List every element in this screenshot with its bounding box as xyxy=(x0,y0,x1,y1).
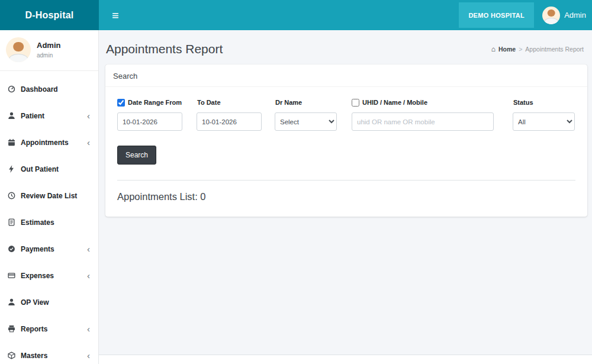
field-date-range: Date Range From xyxy=(117,98,197,131)
sidebar-item-appointments[interactable]: Appointments ‹ xyxy=(0,129,98,156)
person-icon xyxy=(7,112,15,120)
chevron-left-icon: ‹ xyxy=(87,111,91,120)
sidebar-item-label: Masters xyxy=(21,352,82,360)
clock-icon xyxy=(7,192,15,200)
breadcrumb: ⌂ Home > Appointments Report xyxy=(491,45,584,53)
main-content: Appointments Report ⌂ Home > Appointment… xyxy=(99,30,592,364)
dr-name-select[interactable]: Select xyxy=(275,112,337,131)
from-date-input[interactable] xyxy=(117,112,182,131)
sidebar: Admin admin Dashboard Patient ‹ Appointm… xyxy=(0,30,99,364)
field-uhid: UHID / Name / Mobile xyxy=(352,98,513,131)
navbar-bar: ≡ DEMO HOSPITAL Admin xyxy=(99,0,592,30)
sidebar-item-label: Dashboard xyxy=(21,85,91,94)
sidebar-item-label: Review Date List xyxy=(21,192,91,200)
breadcrumb-current: Appointments Report xyxy=(525,46,584,53)
top-navbar: D-Hospital ≡ DEMO HOSPITAL Admin xyxy=(0,0,592,30)
date-range-label: Date Range From xyxy=(117,98,197,107)
sidebar-item-label: Patient xyxy=(21,112,82,120)
calendar-icon xyxy=(7,138,15,147)
field-status: Status All xyxy=(513,98,575,131)
breadcrumb-separator: > xyxy=(519,46,522,53)
check-circle-icon xyxy=(7,245,15,253)
chevron-left-icon: ‹ xyxy=(87,351,91,360)
sidebar-user-name: Admin xyxy=(37,41,60,50)
search-card-body: Date Range From To Date Dr Name Select xyxy=(105,87,587,217)
gauge-icon xyxy=(7,85,15,94)
person-icon xyxy=(7,298,15,307)
sidebar-item-label: OP View xyxy=(21,298,91,307)
sidebar-user-role: admin xyxy=(37,52,60,59)
status-select[interactable]: All xyxy=(513,112,575,131)
uhid-input[interactable] xyxy=(352,112,494,131)
search-button[interactable]: Search xyxy=(117,146,156,165)
uhid-label-text: UHID / Name / Mobile xyxy=(362,99,427,106)
navbar-avatar xyxy=(542,7,560,24)
field-to-date: To Date xyxy=(197,98,275,131)
card-icon xyxy=(7,272,15,280)
sidebar-item-estimates[interactable]: Estimates xyxy=(0,209,98,236)
date-range-label-text: Date Range From xyxy=(128,99,182,106)
brand-logo[interactable]: D-Hospital xyxy=(0,0,99,30)
sidebar-item-review-date-list[interactable]: Review Date List xyxy=(0,182,98,209)
sidebar-item-label: Out Patient xyxy=(21,165,91,173)
breadcrumb-home-link[interactable]: Home xyxy=(498,46,516,53)
chevron-left-icon: ‹ xyxy=(87,271,91,280)
content-header: Appointments Report ⌂ Home > Appointment… xyxy=(99,30,592,65)
sidebar-item-masters[interactable]: Masters ‹ xyxy=(0,342,98,364)
sidebar-item-label: Appointments xyxy=(21,138,82,147)
search-card: Search Date Range From To Date xyxy=(105,65,587,217)
sidebar-item-out-patient[interactable]: Out Patient xyxy=(0,156,98,182)
sidebar-item-label: Payments xyxy=(21,245,82,253)
document-icon xyxy=(7,218,15,227)
uhid-checkbox[interactable] xyxy=(352,99,359,107)
app-window: D-Hospital ≡ DEMO HOSPITAL Admin Admin a… xyxy=(0,0,592,364)
appointments-list-title: Appointments List: 0 xyxy=(117,191,575,202)
sidebar-item-op-view[interactable]: OP View xyxy=(0,289,98,315)
sidebar-avatar xyxy=(6,37,31,62)
sidebar-toggle-icon[interactable]: ≡ xyxy=(107,6,124,25)
hospital-name-button[interactable]: DEMO HOSPITAL xyxy=(459,2,534,28)
uhid-label: UHID / Name / Mobile xyxy=(352,98,513,107)
status-label: Status xyxy=(513,98,575,107)
sidebar-menu: Dashboard Patient ‹ Appointments ‹ Out P… xyxy=(0,71,98,364)
to-date-input[interactable] xyxy=(197,112,262,131)
sidebar-item-patient[interactable]: Patient ‹ xyxy=(0,102,98,129)
chevron-left-icon: ‹ xyxy=(87,244,91,253)
sidebar-user-panel: Admin admin xyxy=(0,30,98,71)
sidebar-item-expenses[interactable]: Expenses ‹ xyxy=(0,262,98,289)
navbar-user-menu[interactable]: Admin xyxy=(542,7,586,24)
chevron-left-icon: ‹ xyxy=(87,138,91,147)
cube-icon xyxy=(7,352,15,360)
home-icon: ⌂ xyxy=(491,45,496,53)
to-date-label: To Date xyxy=(197,98,275,107)
printer-icon xyxy=(7,325,15,333)
chevron-left-icon: ‹ xyxy=(87,324,91,333)
dr-name-label: Dr Name xyxy=(275,98,352,107)
search-form-row: Date Range From To Date Dr Name Select xyxy=(117,98,575,131)
search-card-header: Search xyxy=(105,65,587,87)
results-divider xyxy=(117,180,575,181)
sidebar-item-label: Reports xyxy=(21,325,82,333)
main-footer xyxy=(99,355,592,364)
bolt-icon xyxy=(7,165,15,173)
sidebar-item-dashboard[interactable]: Dashboard xyxy=(0,76,98,102)
sidebar-item-payments[interactable]: Payments ‹ xyxy=(0,236,98,262)
navbar-user-label: Admin xyxy=(564,11,586,20)
sidebar-item-reports[interactable]: Reports ‹ xyxy=(0,315,98,342)
date-range-checkbox[interactable] xyxy=(117,99,125,107)
field-dr-name: Dr Name Select xyxy=(275,98,352,131)
sidebar-item-label: Estimates xyxy=(21,218,91,227)
page-title: Appointments Report xyxy=(106,42,223,56)
sidebar-item-label: Expenses xyxy=(21,272,82,280)
